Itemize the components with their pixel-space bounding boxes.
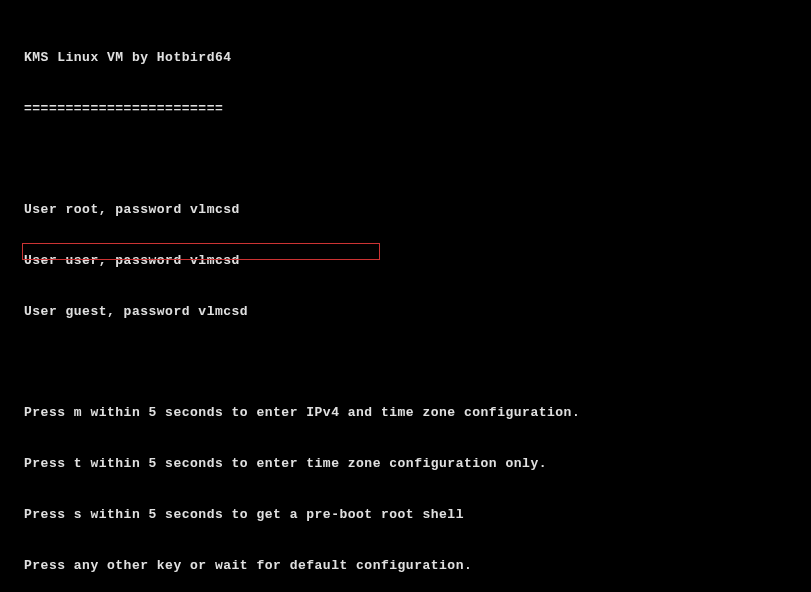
instruction-line: Press any other key or wait for default …	[24, 558, 787, 575]
blank-line	[24, 354, 787, 371]
instruction-line: Press s within 5 seconds to get a pre-bo…	[24, 507, 787, 524]
instruction-line: Press t within 5 seconds to enter time z…	[24, 456, 787, 473]
instruction-line: Press m within 5 seconds to enter IPv4 a…	[24, 405, 787, 422]
user-cred-line: User guest, password vlmcsd	[24, 304, 787, 321]
user-cred-line: User user, password vlmcsd	[24, 253, 787, 270]
user-cred-line: User root, password vlmcsd	[24, 202, 787, 219]
vm-title: KMS Linux VM by Hotbird64	[24, 50, 787, 67]
separator: ========================	[24, 101, 787, 118]
terminal-output: KMS Linux VM by Hotbird64 ==============…	[24, 16, 787, 592]
blank-line	[24, 151, 787, 168]
